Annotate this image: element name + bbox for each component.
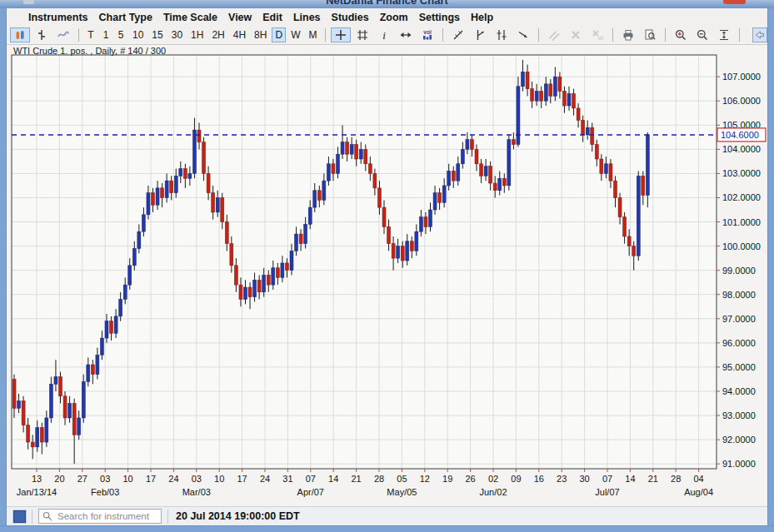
print-button[interactable] bbox=[618, 27, 638, 42]
pin-button[interactable] bbox=[752, 27, 767, 42]
time-axis-week-label: 30 bbox=[579, 474, 589, 484]
search-box[interactable] bbox=[38, 509, 162, 524]
menu-item-zoom[interactable]: Zoom bbox=[380, 12, 408, 23]
delete-selected-button bbox=[566, 27, 586, 42]
timeframe-button-30[interactable]: 30 bbox=[168, 27, 186, 42]
time-axis-week-label: 13 bbox=[32, 474, 42, 484]
timeframe-button-10[interactable]: 10 bbox=[129, 27, 147, 42]
price-axis-label: 96.0000 bbox=[722, 338, 756, 348]
time-axis-week-label: 17 bbox=[146, 474, 156, 484]
ohlc-bars-icon bbox=[35, 28, 48, 42]
timeframe-button-1[interactable]: 1 bbox=[99, 27, 112, 42]
horizontal-scroll-icon bbox=[399, 28, 412, 42]
time-axis-week-label: 24 bbox=[168, 474, 178, 484]
line-tool-button[interactable] bbox=[470, 27, 490, 42]
toolbar-separator bbox=[538, 28, 539, 42]
line-tool-icon bbox=[473, 28, 487, 42]
zoom-in-button[interactable] bbox=[671, 27, 691, 42]
menu-item-help[interactable]: Help bbox=[471, 12, 493, 23]
timeframe-button-1h[interactable]: 1H bbox=[187, 27, 207, 42]
price-chart[interactable]: 91.000092.000093.000094.000095.000096.00… bbox=[7, 45, 767, 506]
ohlc-bars-button[interactable] bbox=[32, 27, 52, 42]
time-axis-week-label: 02 bbox=[488, 474, 498, 484]
toolbar: T151015301H2H4H8HDWMivolall bbox=[7, 26, 767, 45]
menu-item-instruments[interactable]: Instruments bbox=[28, 12, 88, 23]
zoom-in-icon bbox=[674, 28, 687, 42]
price-axis-label: 100.0000 bbox=[722, 241, 761, 251]
time-axis-week-label: 17 bbox=[237, 474, 247, 484]
price-axis-label: 92.0000 bbox=[722, 435, 756, 445]
menu-item-edit[interactable]: Edit bbox=[262, 12, 282, 23]
statusbar-separator bbox=[167, 510, 168, 524]
horizontal-scroll-button[interactable] bbox=[396, 27, 416, 42]
time-axis-week-label: 27 bbox=[77, 474, 87, 484]
time-axis-week-label: 07 bbox=[602, 474, 612, 484]
crosshair-button[interactable] bbox=[331, 27, 351, 42]
time-axis-week-label: 24 bbox=[260, 474, 270, 484]
menu-item-lines[interactable]: Lines bbox=[293, 12, 321, 23]
instrument-label: WTI Crude 1. pos. , Daily, # 140 / 300 bbox=[13, 46, 166, 56]
price-axis-label: 101.0000 bbox=[722, 217, 761, 227]
print-preview-icon bbox=[643, 28, 657, 42]
timeframe-button-tick[interactable]: T bbox=[84, 27, 97, 42]
fit-scale-button[interactable] bbox=[714, 27, 734, 42]
volume-button[interactable]: vol bbox=[417, 27, 437, 42]
channel-tool-button[interactable] bbox=[492, 27, 512, 42]
timeframe-button-2h[interactable]: 2H bbox=[208, 27, 227, 42]
window-titlebar[interactable]: NetDania Finance Chart bbox=[0, 0, 774, 8]
toolbar-separator bbox=[78, 28, 79, 42]
candlestick-chart-icon bbox=[13, 28, 27, 42]
price-axis-label: 102.0000 bbox=[722, 192, 761, 202]
timeframe-button-daily[interactable]: D bbox=[272, 27, 286, 42]
zoom-out-button[interactable] bbox=[692, 27, 712, 42]
time-axis-month-label: Jun/02 bbox=[479, 487, 507, 497]
time-axis-week-label: 10 bbox=[122, 474, 132, 484]
menu-item-view[interactable]: View bbox=[228, 12, 252, 23]
timeframe-button-5[interactable]: 5 bbox=[114, 27, 127, 42]
price-axis-label: 99.0000 bbox=[722, 266, 756, 276]
arrow-tool-icon bbox=[517, 28, 530, 42]
close-button[interactable] bbox=[723, 0, 746, 4]
arrow-tool-button[interactable] bbox=[513, 27, 533, 42]
price-axis-label: 103.0000 bbox=[722, 168, 761, 178]
menu-item-settings[interactable]: Settings bbox=[419, 12, 460, 23]
volume-icon: vol bbox=[421, 28, 434, 42]
grid-toggle-icon bbox=[356, 28, 369, 42]
price-axis-label: 94.0000 bbox=[722, 386, 756, 396]
status-bar: 20 Jul 2014 19:00:00 EDT bbox=[7, 506, 767, 525]
window-border-left bbox=[0, 8, 7, 532]
timeframe-button-15[interactable]: 15 bbox=[148, 27, 166, 42]
price-axis-label: 98.0000 bbox=[722, 290, 756, 300]
menu-bar: InstrumentsChart TypeTime ScaleViewEditL… bbox=[7, 8, 767, 26]
print-preview-button[interactable] bbox=[640, 27, 660, 42]
toolbar-separator bbox=[739, 28, 740, 42]
menu-item-studies[interactable]: Studies bbox=[332, 12, 369, 23]
statusbar-separator bbox=[32, 510, 32, 524]
candlestick-chart-button[interactable] bbox=[10, 27, 30, 42]
instrument-status-icon bbox=[13, 510, 26, 523]
candle bbox=[82, 375, 85, 423]
toolbar-separator bbox=[612, 28, 613, 42]
menu-item-time-scale[interactable]: Time Scale bbox=[163, 12, 217, 23]
timeframe-button-monthly[interactable]: M bbox=[305, 27, 320, 42]
time-axis-week-label: 10 bbox=[214, 474, 224, 484]
time-axis-week-label: 03 bbox=[192, 474, 202, 484]
grid-toggle-button[interactable] bbox=[352, 27, 372, 42]
search-input[interactable] bbox=[56, 510, 161, 522]
timeframe-button-8h[interactable]: 8H bbox=[251, 27, 270, 42]
window-border-bottom bbox=[0, 525, 774, 532]
timeframe-button-weekly[interactable]: W bbox=[287, 27, 303, 42]
svg-text:104.6000: 104.6000 bbox=[721, 130, 759, 140]
price-axis-label: 91.0000 bbox=[722, 459, 756, 469]
timeframe-button-4h[interactable]: 4H bbox=[230, 27, 249, 42]
trendline-tool-button[interactable] bbox=[448, 27, 468, 42]
info-button[interactable]: i bbox=[374, 27, 394, 42]
candle bbox=[637, 172, 640, 261]
crosshair-icon bbox=[334, 28, 347, 42]
line-chart-button[interactable] bbox=[53, 27, 73, 42]
price-axis-label: 107.0000 bbox=[722, 72, 761, 82]
window-border-right bbox=[767, 8, 774, 532]
menu-item-chart-type[interactable]: Chart Type bbox=[99, 12, 152, 23]
pin-icon bbox=[753, 28, 767, 42]
zoom-out-icon bbox=[696, 28, 709, 42]
